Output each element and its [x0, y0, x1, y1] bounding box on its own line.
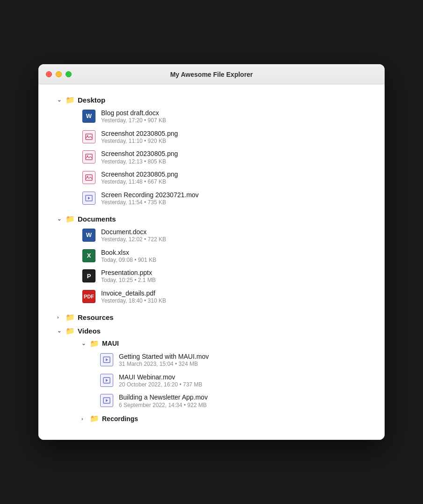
subfolder-label-recordings: Recordings — [102, 415, 138, 422]
image-icon — [82, 130, 95, 143]
file-icon-image-container — [81, 129, 96, 144]
folder-header-videos[interactable]: ⌄ 📁 Videos — [57, 325, 366, 337]
list-item[interactable]: Getting Started with MAUI.mov 31 March 2… — [99, 350, 366, 371]
file-icon-video-container — [99, 373, 114, 388]
file-info: Presentation.pptx Today, 10:25 • 2.1 MB — [101, 268, 156, 284]
folder-icon-maui: 📁 — [90, 339, 99, 348]
list-item[interactable]: P Presentation.pptx Today, 10:25 • 2.1 M… — [81, 266, 366, 287]
file-icon-word-container: W — [81, 109, 96, 124]
file-name: Blog post draft.docx — [101, 109, 166, 117]
file-name: Screen Recording 20230721.mov — [101, 191, 199, 199]
file-meta: Today, 10:25 • 2.1 MB — [101, 277, 156, 284]
file-icon-pdf-container: PDF — [81, 289, 96, 304]
subfolder-maui: ⌄ 📁 MAUI — [81, 337, 366, 411]
close-button[interactable] — [46, 71, 52, 77]
file-icon-word-container: W — [81, 228, 96, 243]
folder-children-desktop: W Blog post draft.docx Yesterday, 17:20 … — [57, 106, 366, 209]
folder-documents: ⌄ 📁 Documents W Document.docx Yesterday,… — [57, 213, 366, 307]
list-item[interactable]: Screen Recording 20230721.mov Yesterday,… — [81, 188, 366, 209]
file-name: Screenshot 20230805.png — [101, 170, 178, 178]
image-icon — [82, 171, 95, 184]
file-info: Building a Newsletter App.mov 6 Septembe… — [119, 393, 208, 409]
video-icon — [82, 192, 95, 205]
folder-label-videos: Videos — [78, 327, 101, 335]
file-info: Screenshot 20230805.png Yesterday, 12:13… — [101, 149, 178, 165]
file-info: Book.xlsx Today, 09:08 • 901 KB — [101, 248, 156, 264]
file-info: Document.docx Yesterday, 12:02 • 722 KB — [101, 228, 166, 244]
file-icon-video-container — [99, 393, 114, 408]
list-item[interactable]: W Document.docx Yesterday, 12:02 • 722 K… — [81, 225, 366, 246]
chevron-right-icon: › — [57, 314, 63, 320]
chevron-down-icon: ⌄ — [57, 216, 63, 222]
chevron-down-icon: ⌄ — [81, 341, 87, 347]
file-meta: Yesterday, 12:02 • 722 KB — [101, 236, 166, 244]
folder-resources: › 📁 Resources — [57, 311, 366, 324]
file-icon-image-container — [81, 170, 96, 185]
file-name: Presentation.pptx — [101, 268, 156, 277]
list-item[interactable]: MAUI Webinar.mov 20 October 2022, 16:20 … — [99, 371, 366, 391]
file-info: MAUI Webinar.mov 20 October 2022, 16:20 … — [119, 373, 202, 389]
file-name: Document.docx — [101, 228, 166, 236]
subfolder-label-maui: MAUI — [102, 340, 119, 347]
image-icon — [82, 150, 95, 163]
list-item[interactable]: PDF Invoice_details.pdf Yesterday, 18:40… — [81, 287, 366, 307]
file-info: Screenshot 20230805.png Yesterday, 11:10… — [101, 129, 178, 145]
file-name: Book.xlsx — [101, 248, 156, 257]
list-item[interactable]: Screenshot 20230805.png Yesterday, 11:48… — [81, 168, 366, 188]
folder-icon-desktop: 📁 — [66, 96, 75, 104]
word-icon: W — [82, 110, 95, 123]
list-item[interactable]: Screenshot 20230805.png Yesterday, 12:13… — [81, 147, 366, 168]
file-meta: 6 September 2022, 14:34 • 922 MB — [119, 402, 208, 409]
file-name: Building a Newsletter App.mov — [119, 393, 208, 401]
file-icon-image-container — [81, 149, 96, 164]
file-meta: Yesterday, 11:54 • 735 KB — [101, 199, 199, 207]
folder-header-resources[interactable]: › 📁 Resources — [57, 311, 366, 324]
file-explorer-window: My Awesome File Explorer ⌄ 📁 Desktop W B… — [38, 64, 385, 440]
title-bar: My Awesome File Explorer — [38, 64, 385, 84]
folder-header-documents[interactable]: ⌄ 📁 Documents — [57, 213, 366, 225]
chevron-down-icon: ⌄ — [57, 97, 63, 103]
list-item[interactable]: Building a Newsletter App.mov 6 Septembe… — [99, 391, 366, 411]
folder-label-desktop: Desktop — [78, 96, 105, 104]
file-icon-video-container — [81, 191, 96, 206]
chevron-down-icon: ⌄ — [57, 328, 63, 334]
chevron-right-icon: › — [81, 416, 87, 422]
subfolder-header-recordings[interactable]: › 📁 Recordings — [81, 412, 366, 425]
file-info: Screen Recording 20230721.mov Yesterday,… — [101, 191, 199, 207]
folder-children-documents: W Document.docx Yesterday, 12:02 • 722 K… — [57, 225, 366, 307]
file-meta: Yesterday, 11:48 • 667 KB — [101, 178, 178, 186]
file-meta: Yesterday, 18:40 • 310 KB — [101, 297, 166, 305]
file-name: Screenshot 20230805.png — [101, 129, 178, 138]
folder-icon-videos: 📁 — [66, 326, 75, 335]
folder-videos: ⌄ 📁 Videos ⌄ 📁 MAUI — [57, 325, 366, 425]
maximize-button[interactable] — [66, 71, 72, 77]
folder-label-resources: Resources — [78, 313, 114, 321]
folder-desktop: ⌄ 📁 Desktop W Blog post draft.docx Yeste… — [57, 94, 366, 209]
svg-rect-0 — [86, 134, 92, 140]
file-icon-ppt-container: P — [81, 268, 96, 283]
folder-children-videos: ⌄ 📁 MAUI — [57, 337, 366, 425]
file-icon-excel-container: X — [81, 248, 96, 263]
ppt-icon: P — [82, 269, 95, 282]
list-item[interactable]: W Blog post draft.docx Yesterday, 17:20 … — [81, 106, 366, 127]
svg-rect-2 — [86, 154, 92, 160]
folder-icon-recordings: 📁 — [90, 414, 99, 423]
excel-icon: X — [82, 249, 95, 262]
video-icon — [100, 374, 113, 387]
file-info: Screenshot 20230805.png Yesterday, 11:48… — [101, 170, 178, 186]
subfolder-recordings: › 📁 Recordings — [81, 412, 366, 425]
list-item[interactable]: X Book.xlsx Today, 09:08 • 901 KB — [81, 246, 366, 267]
file-info: Blog post draft.docx Yesterday, 17:20 • … — [101, 109, 166, 125]
folder-label-documents: Documents — [78, 215, 116, 223]
file-icon-video-container — [99, 352, 114, 367]
folder-icon-resources: 📁 — [66, 313, 75, 322]
video-icon — [100, 394, 113, 407]
folder-header-desktop[interactable]: ⌄ 📁 Desktop — [57, 94, 366, 106]
file-meta: Today, 09:08 • 901 KB — [101, 257, 156, 264]
folder-icon-documents: 📁 — [66, 215, 75, 223]
minimize-button[interactable] — [56, 71, 62, 77]
subfolder-header-maui[interactable]: ⌄ 📁 MAUI — [81, 337, 366, 350]
pdf-icon: PDF — [82, 290, 95, 303]
word-icon: W — [82, 229, 95, 242]
list-item[interactable]: Screenshot 20230805.png Yesterday, 11:10… — [81, 127, 366, 148]
